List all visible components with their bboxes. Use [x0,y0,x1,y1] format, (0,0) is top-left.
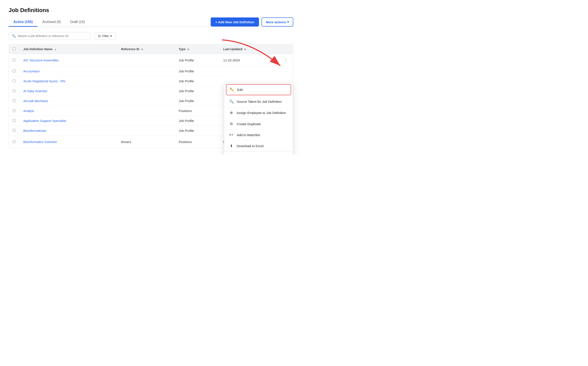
row-ref [117,66,175,76]
search-icon: 🔍 [12,34,16,38]
tab-archived[interactable]: Archived (9) [38,18,66,27]
row-type: Job Profile [175,54,220,66]
row-actions-button[interactable]: ⋮ [282,57,289,63]
menu-item-label: Assign Employee to Job Definition [237,111,286,114]
context-menu-item-assign-employee[interactable]: ⊕ Assign Employee to Job Definition [224,107,293,118]
context-menu: ✏️ Edit 🔍 Source Talent for Job Definiti… [224,83,293,155]
row-ref [117,76,175,86]
tabs-row: Active (155) Archived (9) Draft (15) + A… [9,17,293,27]
job-definition-link[interactable]: Bioinformatics Scientist [23,140,57,144]
search-input[interactable] [18,34,87,38]
row-checkbox-cell [9,76,19,86]
list-plus-icon: ≡+ [229,133,234,137]
filter-icon: ⊟ [98,34,101,38]
job-definition-link[interactable]: Aircraft Mechanic [23,99,48,103]
row-kebab-cell [278,66,293,76]
search-filter-row: 🔍 ⊟ Filter ▾ [9,32,293,40]
row-checkbox[interactable] [13,79,16,82]
row-checkbox[interactable] [13,119,16,122]
search-person-icon: 🔍 [229,99,234,104]
page-title: Job Definitions [9,7,293,14]
row-updated: 11-22-2024 [219,54,278,66]
row-ref [117,54,175,66]
row-checkbox[interactable] [13,89,16,92]
row-ref [117,96,175,106]
select-all-checkbox[interactable] [13,47,16,50]
job-definition-link[interactable]: Acute Registered Nurse - RN [23,79,65,83]
row-checkbox-cell [9,54,19,66]
row-name: Acute Registered Nurse - RN [19,76,117,86]
row-type: Positions [175,106,220,116]
row-name: Analyst [19,106,117,116]
row-checkbox-cell [9,86,19,96]
row-checkbox[interactable] [13,140,16,143]
job-definition-link[interactable]: Analyst [23,109,34,113]
table-header-row: Job Definition Name ▲ Reference ID ⇅ Typ… [9,44,293,54]
menu-item-label: Add to Watchlist [237,133,260,137]
row-name: Application Support Specialist [19,116,117,126]
more-actions-label: More actions [266,20,286,24]
sort-updated-icon: ⇅ [244,48,246,51]
row-ref [117,116,175,126]
filter-button[interactable]: ⊟ Filter ▾ [94,32,116,40]
context-menu-item-create-duplicate[interactable]: ⧉ Create Duplicate [224,118,293,130]
sort-ref-icon: ⇅ [141,48,143,51]
col-header-type: Type ⇅ [175,44,220,54]
more-actions-button[interactable]: More actions ▾ [262,17,293,26]
menu-item-label: Create Duplicate [237,122,261,126]
context-menu-item-revert-draft[interactable]: ↺ Revert to draft [224,152,293,155]
row-type: Job Profile [175,96,220,106]
row-checkbox-cell [9,66,19,76]
row-type: Positions [175,136,220,148]
row-ref: ifonas1 [117,136,175,148]
context-menu-item-add-watchlist[interactable]: ≡+ Add to Watchlist [224,130,293,140]
sort-name-icon: ▲ [54,48,56,51]
tabs-container: Active (155) Archived (9) Draft (15) [9,18,90,26]
row-type: Job Profile [175,76,220,86]
job-definition-link[interactable]: Bioinformatician [23,129,46,132]
menu-item-label: Source Talent for Job Definition [237,100,282,103]
row-type: Job Profile [175,126,220,136]
header-actions: + Add New Job Definition More actions ▾ [211,17,293,26]
job-definition-link[interactable]: A/C Structure Assembler [23,58,59,62]
row-updated [219,66,278,76]
row-ref [117,106,175,116]
tab-draft[interactable]: Draft (15) [66,18,90,27]
row-checkbox[interactable] [13,59,16,61]
job-definition-link[interactable]: AI Data Scientist [23,89,47,93]
row-checkbox[interactable] [13,99,16,102]
row-type: Job Profile [175,116,220,126]
row-ref [117,86,175,96]
col-header-actions [278,44,293,54]
plus-circle-icon: ⊕ [229,111,234,115]
add-new-job-definition-button[interactable]: + Add New Job Definition [211,17,259,26]
row-checkbox[interactable] [13,69,16,72]
row-checkbox[interactable] [13,129,16,132]
row-name: AI Data Scientist [19,86,117,96]
col-header-ref: Reference ID ⇅ [117,44,175,54]
job-definition-link[interactable]: Accountant [23,69,39,73]
job-definitions-table-wrap: Job Definition Name ▲ Reference ID ⇅ Typ… [9,44,293,148]
row-kebab-cell: ⋮ [278,54,293,66]
row-checkbox[interactable] [13,109,16,112]
row-checkbox-cell [9,126,19,136]
copy-icon: ⧉ [229,122,234,126]
tab-active[interactable]: Active (155) [9,18,38,27]
context-menu-item-source-talent[interactable]: 🔍 Source Talent for Job Definition [224,96,293,107]
table-container: Job Definition Name ▲ Reference ID ⇅ Typ… [9,44,293,148]
row-name: Bioinformatician [19,126,117,136]
table-row: Accountant Job Profile [9,66,293,76]
row-name: Accountant [19,66,117,76]
menu-item-label: Download to Excel [237,144,264,148]
pencil-icon: ✏️ [229,87,234,92]
row-checkbox-cell [9,106,19,116]
row-ref [117,126,175,136]
row-checkbox-cell [9,136,19,148]
context-menu-item-edit[interactable]: ✏️ Edit [226,84,291,95]
row-type: Job Profile [175,86,220,96]
context-menu-item-download-excel[interactable]: ⬇ Download to Excel [224,140,293,152]
job-definition-link[interactable]: Application Support Specialist [23,119,66,122]
sort-type-icon: ⇅ [187,48,189,51]
row-checkbox-cell [9,116,19,126]
row-checkbox-cell [9,96,19,106]
